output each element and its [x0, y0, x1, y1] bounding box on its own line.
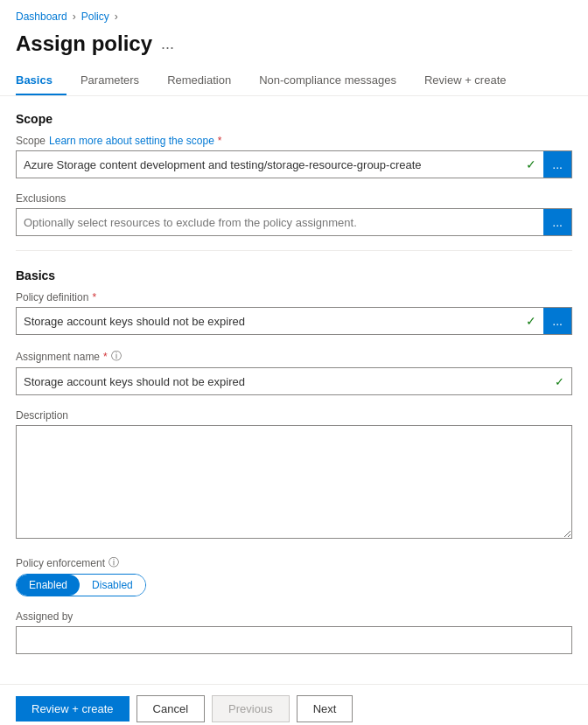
- breadcrumb: Dashboard › Policy ›: [0, 0, 588, 28]
- scope-section-title: Scope: [16, 112, 572, 126]
- assignment-name-check-icon: ✓: [555, 375, 564, 388]
- learn-more-link[interactable]: Learn more about setting the scope: [49, 135, 214, 147]
- breadcrumb-sep1: ›: [73, 10, 76, 23]
- section-divider-1: [16, 250, 572, 251]
- assigned-by-label: Assigned by: [16, 610, 73, 623]
- scope-label: Scope: [16, 135, 46, 147]
- assigned-by-label-row: Assigned by: [16, 610, 572, 623]
- exclusions-input-row: ...: [16, 208, 572, 236]
- basics-section-title: Basics: [16, 268, 572, 282]
- exclusions-browse-button[interactable]: ...: [543, 208, 572, 236]
- policy-def-check-icon: ✓: [526, 314, 536, 328]
- description-textarea[interactable]: [16, 425, 572, 539]
- scope-required: *: [218, 135, 222, 147]
- exclusions-label-row: Exclusions: [16, 192, 572, 205]
- assignment-name-required: *: [103, 351, 108, 363]
- description-label: Description: [16, 409, 68, 422]
- exclusions-field-group: Exclusions ...: [16, 192, 572, 236]
- tab-review-create[interactable]: Review + create: [410, 66, 521, 95]
- assignment-name-info-icon: ⓘ: [111, 349, 122, 364]
- assignment-name-label: Assignment name: [16, 351, 100, 363]
- policy-def-value: Storage account keys should not be expir…: [24, 315, 245, 328]
- tab-remediation[interactable]: Remediation: [153, 66, 245, 95]
- tab-basics[interactable]: Basics: [16, 66, 66, 95]
- assignment-name-input[interactable]: [24, 375, 555, 388]
- assignment-name-input-wrapper: ✓: [16, 367, 572, 395]
- policy-def-input[interactable]: Storage account keys should not be expir…: [16, 307, 543, 335]
- tab-bar: Basics Parameters Remediation Non-compli…: [0, 66, 588, 96]
- tab-parameters[interactable]: Parameters: [66, 66, 153, 95]
- exclusions-label: Exclusions: [16, 192, 66, 205]
- description-label-row: Description: [16, 409, 572, 422]
- exclusions-input[interactable]: [16, 208, 543, 236]
- policy-def-required: *: [92, 291, 96, 303]
- policy-def-browse-button[interactable]: ...: [543, 307, 572, 335]
- footer: Review + create Cancel Previous Next: [0, 684, 588, 725]
- policy-def-input-row: Storage account keys should not be expir…: [16, 307, 572, 335]
- next-button[interactable]: Next: [297, 695, 354, 722]
- assignment-name-field-group: Assignment name * ⓘ ✓: [16, 349, 572, 395]
- scope-check-icon: ✓: [526, 157, 536, 171]
- page-title: Assign policy: [16, 31, 152, 56]
- scope-input[interactable]: Azure Storage content development and te…: [16, 150, 543, 178]
- enforcement-enabled-button[interactable]: Enabled: [17, 575, 80, 596]
- scope-input-row: Azure Storage content development and te…: [16, 150, 572, 178]
- policy-enforcement-info-icon: ⓘ: [108, 555, 119, 570]
- main-content: Scope Scope Learn more about setting the…: [0, 96, 588, 684]
- more-options-button[interactable]: ...: [161, 35, 174, 53]
- assignment-name-label-row: Assignment name * ⓘ: [16, 349, 572, 364]
- enforcement-disabled-button[interactable]: Disabled: [80, 575, 145, 596]
- scope-field-group: Scope Learn more about setting the scope…: [16, 135, 572, 178]
- enforcement-toggle: Enabled Disabled: [16, 574, 146, 596]
- policy-enforcement-label-row: Policy enforcement ⓘ: [16, 555, 572, 570]
- tab-non-compliance[interactable]: Non-compliance messages: [245, 66, 410, 95]
- cancel-button[interactable]: Cancel: [136, 695, 205, 722]
- previous-button: Previous: [212, 695, 290, 722]
- policy-def-label: Policy definition: [16, 291, 88, 303]
- breadcrumb-policy[interactable]: Policy: [81, 10, 109, 23]
- breadcrumb-dashboard[interactable]: Dashboard: [16, 10, 67, 23]
- scope-browse-button[interactable]: ...: [543, 150, 572, 178]
- policy-enforcement-label: Policy enforcement: [16, 557, 105, 569]
- assigned-by-field-group: Assigned by: [16, 610, 572, 654]
- scope-value: Azure Storage content development and te…: [24, 158, 422, 171]
- policy-def-field-group: Policy definition * Storage account keys…: [16, 291, 572, 335]
- description-field-group: Description: [16, 409, 572, 541]
- review-create-button[interactable]: Review + create: [16, 696, 130, 722]
- policy-enforcement-field-group: Policy enforcement ⓘ Enabled Disabled: [16, 555, 572, 596]
- breadcrumb-sep2: ›: [115, 10, 118, 23]
- assigned-by-input[interactable]: [16, 626, 572, 654]
- page-header: Assign policy ...: [0, 28, 588, 66]
- scope-label-row: Scope Learn more about setting the scope…: [16, 135, 572, 147]
- policy-def-label-row: Policy definition *: [16, 291, 572, 303]
